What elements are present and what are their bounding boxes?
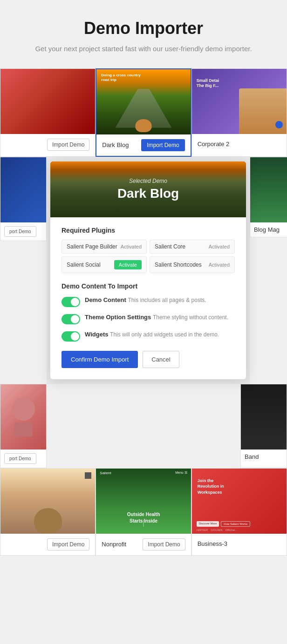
- thumb-monkey-bg: [0, 469, 95, 534]
- left-side-thumb: [0, 157, 46, 222]
- demo-card-monkey: Import Demo: [0, 468, 96, 556]
- plugin-status-0: Activated: [121, 244, 142, 249]
- page-title: Demo Importer: [9, 19, 278, 38]
- plugin-name-0: Salient Page Builder: [67, 243, 117, 250]
- demo-thumb-dark-blog: Doing a cross countryroad trip: [96, 69, 190, 134]
- plugin-name-3: Salient Shortcodes: [155, 262, 202, 268]
- plugin-status-1: Activated: [209, 244, 230, 249]
- toggle-label-strong-1: Theme Option Settings: [85, 314, 151, 321]
- thumb-fox: [135, 119, 151, 132]
- band-card: Band: [240, 384, 287, 468]
- thumb-nonprofit-bg: Salient Menu ☰ Outside HealthStarts Insi…: [96, 469, 191, 534]
- right-side-card: Blog Mag: [250, 157, 287, 237]
- demo-card-1: Import Demo: [0, 68, 96, 157]
- modal-hero-content: Selected Demo Dark Blog: [117, 178, 179, 201]
- demo-card-corporate2: Small DetaiThe Big F... Corporate 2: [191, 68, 287, 157]
- plugin-item-2: Salient Social Activate: [62, 256, 147, 273]
- cancel-button[interactable]: Cancel: [143, 351, 179, 368]
- confirm-import-button[interactable]: Confirm Demo Import: [62, 351, 138, 368]
- demo-card-nonprofit: Salient Menu ☰ Outside HealthStarts Insi…: [96, 468, 191, 556]
- thumb-corporate-bg: Small DetaiThe Big F...: [192, 69, 287, 134]
- modal-body: Required Plugins Salient Page Builder Ac…: [50, 217, 246, 379]
- toggle-widgets[interactable]: [62, 331, 80, 342]
- demo-thumb-monkey: [0, 469, 95, 534]
- thumb-blog-title: Doing a cross countryroad trip: [101, 73, 140, 83]
- demo-footer-1: Import Demo: [0, 134, 95, 155]
- band-footer: Band: [241, 449, 287, 464]
- page-header: Demo Importer Get your next project star…: [0, 0, 287, 68]
- demo-name-nonprofit: Nonprofit: [102, 541, 126, 548]
- import-section-title: Demo Content To Import: [62, 282, 235, 290]
- corporate-dot: [275, 121, 283, 128]
- demo-name-band: Band: [245, 453, 259, 460]
- thumb-corporate-title: Small DetaiThe Big F...: [197, 78, 219, 89]
- demo-footer-nonprofit: Nonprofit Import Demo: [96, 534, 191, 555]
- demo-thumb-business3: Join theRevolution inWorkspaces Discover…: [192, 469, 287, 534]
- import-demo-btn-1[interactable]: Import Demo: [47, 139, 89, 151]
- people-footer: port Demo: [0, 449, 46, 468]
- thumb-red-bg: [0, 69, 95, 134]
- modal-actions: Confirm Demo Import Cancel: [62, 351, 235, 368]
- demo-card-dark-blog: Doing a cross countryroad trip Dark Blog…: [96, 68, 191, 157]
- right-side-footer: Blog Mag: [250, 222, 287, 237]
- demo-footer-monkey: Import Demo: [0, 534, 95, 555]
- demo-name-business3: Business-3: [198, 540, 227, 547]
- toggle-row-2: Widgets This will only add widgets used …: [62, 331, 235, 342]
- thumb-people-bg: [0, 384, 46, 449]
- thumb-business3-title: Join theRevolution inWorkspaces: [198, 478, 224, 496]
- thumb-blue-bg: [0, 157, 46, 222]
- page-subtitle: Get your next project started fast with …: [9, 44, 278, 54]
- demo-thumb-corporate2: Small DetaiThe Big F...: [192, 69, 287, 134]
- plugin-item-3: Salient Shortcodes Activated: [150, 256, 235, 273]
- import-modal: Selected Demo Dark Blog Required Plugins…: [50, 161, 246, 379]
- left-side-card: port Demo: [0, 157, 47, 241]
- demo-name-corporate2: Corporate 2: [198, 141, 230, 148]
- people-thumb: [0, 384, 46, 449]
- plugins-section-title: Required Plugins: [62, 227, 235, 234]
- modal-hero: Selected Demo Dark Blog: [50, 161, 246, 217]
- toggle-desc-1: Theme styling without content.: [153, 314, 228, 321]
- toggle-label-2: Widgets This will only add widgets used …: [85, 331, 219, 338]
- plugin-activate-btn-2[interactable]: Activate: [114, 260, 142, 269]
- import-demo-btn-dark-blog[interactable]: Import Demo: [141, 139, 184, 151]
- modal-row: port Demo Selected Demo Dark Blog Requir…: [0, 157, 287, 384]
- toggle-label-strong-2: Widgets: [85, 331, 108, 338]
- demo-row-3: port Demo Band: [0, 384, 287, 468]
- thumb-blog-bg: Doing a cross countryroad trip: [96, 69, 190, 134]
- toggle-label-1: Theme Option Settings Theme styling with…: [85, 314, 228, 321]
- demo-footer-business3: Business-3: [192, 534, 287, 554]
- toggle-demo-content[interactable]: [62, 297, 80, 307]
- toggle-desc-0: This includes all pages & posts.: [128, 297, 206, 303]
- demo-thumb-nonprofit: Salient Menu ☰ Outside HealthStarts Insi…: [96, 469, 191, 534]
- import-demo-btn-monkey[interactable]: Import Demo: [47, 538, 89, 550]
- row3-spacer: [47, 384, 240, 468]
- plugins-grid: Salient Page Builder Activated Salient C…: [62, 240, 235, 273]
- toggle-label-strong-0: Demo Content: [85, 296, 126, 303]
- people-card: port Demo: [0, 384, 47, 468]
- demo-name-dark-blog: Dark Blog: [102, 141, 129, 148]
- modal-selected-label: Selected Demo: [117, 178, 179, 184]
- demo-footer-dark-blog: Dark Blog Import Demo: [96, 134, 190, 156]
- plugin-name-1: Salient Core: [155, 243, 185, 250]
- demo-thumb-1: [0, 69, 95, 134]
- band-thumb: [241, 384, 287, 449]
- import-demo-btn-nonprofit[interactable]: Import Demo: [143, 538, 185, 550]
- demo-row-1: Import Demo Doing a cross countryroad tr…: [0, 68, 287, 157]
- demo-footer-corporate2: Corporate 2: [192, 134, 287, 154]
- toggle-theme-options[interactable]: [62, 314, 80, 324]
- toggle-row-1: Theme Option Settings Theme styling with…: [62, 314, 235, 324]
- modal-demo-title: Dark Blog: [117, 186, 179, 201]
- plugin-status-3: Activated: [209, 262, 230, 268]
- thumb-green-bg: [250, 157, 287, 222]
- thumb-band-bg: [241, 384, 287, 449]
- toggle-row-0: Demo Content This includes all pages & p…: [62, 296, 235, 307]
- import-demo-btn-left[interactable]: port Demo: [4, 226, 36, 237]
- demo-row-4: Import Demo Salient Menu ☰ Outside Healt…: [0, 468, 287, 556]
- modal-center: Selected Demo Dark Blog Required Plugins…: [47, 157, 250, 384]
- plugin-item-1: Salient Core Activated: [150, 240, 235, 254]
- thumb-business3-bg: Join theRevolution inWorkspaces Discover…: [192, 469, 287, 534]
- plugin-name-2: Salient Social: [67, 262, 101, 268]
- right-side-thumb: [250, 157, 287, 222]
- import-demo-btn-people[interactable]: port Demo: [4, 453, 36, 464]
- demo-name-right: Blog Mag: [254, 226, 280, 233]
